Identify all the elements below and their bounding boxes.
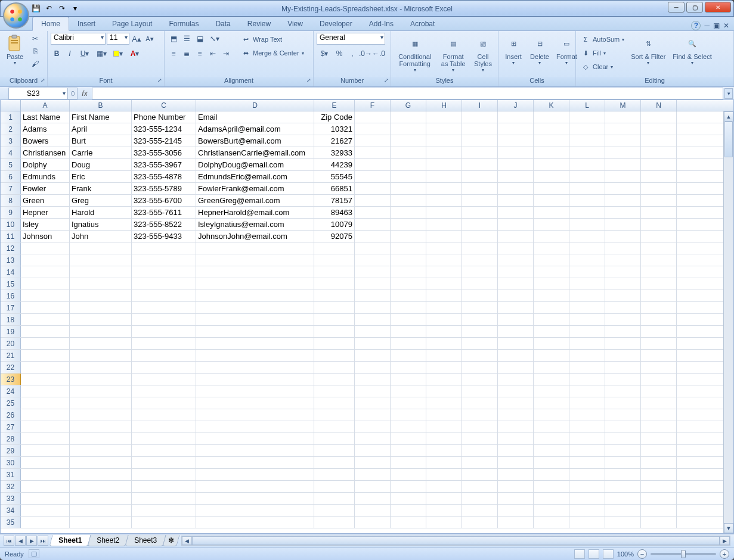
cell[interactable]	[391, 374, 426, 385]
cell[interactable]	[391, 183, 426, 194]
row-header[interactable]: 31	[1, 469, 21, 480]
fill-color-button[interactable]: ▾	[110, 48, 126, 60]
cell[interactable]	[498, 219, 534, 230]
cell[interactable]	[426, 159, 462, 170]
cell[interactable]	[391, 147, 426, 158]
macro-record-icon[interactable]: ▢	[29, 549, 39, 558]
cell[interactable]	[569, 231, 605, 242]
cell[interactable]	[569, 338, 605, 349]
cell[interactable]	[21, 302, 70, 313]
cell[interactable]	[534, 445, 569, 456]
cell[interactable]	[314, 517, 355, 528]
cell[interactable]	[498, 517, 534, 528]
cell[interactable]	[462, 385, 498, 397]
sort-filter-button[interactable]: ⇅Sort & Filter▾	[628, 33, 668, 67]
cell[interactable]	[498, 469, 534, 480]
conditional-formatting-button[interactable]: ▦Conditional Formatting▾	[394, 33, 435, 74]
cell[interactable]	[605, 314, 641, 325]
cell[interactable]	[355, 409, 391, 421]
cell[interactable]: Ignatius	[70, 219, 132, 230]
row-header[interactable]: 20	[1, 338, 21, 349]
cell[interactable]	[426, 350, 462, 361]
align-top-button[interactable]: ⬒	[168, 33, 179, 45]
cell[interactable]	[462, 195, 498, 206]
row-header[interactable]: 2	[1, 123, 21, 135]
cell[interactable]	[462, 207, 498, 218]
scroll-up-icon[interactable]: ▲	[724, 111, 733, 122]
cell[interactable]	[605, 421, 641, 433]
cell[interactable]	[314, 290, 355, 301]
cell[interactable]	[391, 195, 426, 206]
cell[interactable]	[21, 266, 70, 278]
cell[interactable]	[569, 385, 605, 397]
cell[interactable]	[132, 326, 196, 337]
name-box-dropdown[interactable]: ⬯	[68, 88, 78, 99]
cell[interactable]	[314, 385, 355, 397]
row-header[interactable]: 5	[1, 159, 21, 170]
row-header[interactable]: 30	[1, 457, 21, 468]
row-header[interactable]: 18	[1, 314, 21, 325]
column-header-G[interactable]: G	[391, 100, 426, 111]
cell[interactable]	[132, 457, 196, 468]
currency-button[interactable]: $▾	[317, 48, 332, 60]
cell[interactable]	[498, 350, 534, 361]
cell[interactable]	[498, 302, 534, 313]
cell[interactable]	[314, 266, 355, 278]
cell[interactable]	[534, 469, 569, 480]
normal-view-button[interactable]	[574, 549, 585, 559]
cell[interactable]	[391, 171, 426, 182]
cell[interactable]	[641, 409, 677, 421]
cell[interactable]	[21, 445, 70, 456]
cell[interactable]: ChristiansenCarrie@email.com	[196, 147, 314, 158]
cell[interactable]	[605, 266, 641, 278]
cell[interactable]: BowersBurt@email.com	[196, 135, 314, 147]
cell[interactable]	[391, 338, 426, 349]
cell[interactable]	[569, 314, 605, 325]
cell[interactable]	[426, 385, 462, 397]
cell[interactable]	[569, 481, 605, 492]
cell[interactable]	[355, 183, 391, 194]
cell[interactable]: Last Name	[21, 111, 70, 123]
cell[interactable]	[641, 397, 677, 409]
cell[interactable]	[70, 433, 132, 444]
scroll-thumb[interactable]	[724, 122, 733, 157]
cell[interactable]	[391, 505, 426, 516]
cell[interactable]	[462, 481, 498, 492]
cell[interactable]	[355, 469, 391, 480]
cell[interactable]: Christiansen	[21, 147, 70, 158]
cell[interactable]	[132, 445, 196, 456]
cell[interactable]	[391, 326, 426, 337]
cell[interactable]: 78157	[314, 195, 355, 206]
cell[interactable]	[534, 326, 569, 337]
cell[interactable]	[498, 385, 534, 397]
cell[interactable]: Zip Code	[314, 111, 355, 123]
cell[interactable]	[641, 159, 677, 170]
cell[interactable]	[70, 314, 132, 325]
cell[interactable]: 323-555-4878	[132, 171, 196, 182]
cell[interactable]	[462, 493, 498, 504]
cell[interactable]	[391, 481, 426, 492]
cell[interactable]	[196, 481, 314, 492]
alignment-expand-icon[interactable]: ⤢	[306, 77, 311, 83]
cell[interactable]	[70, 278, 132, 290]
cell[interactable]	[426, 457, 462, 468]
cell[interactable]	[569, 111, 605, 123]
cell[interactable]: 323-555-3056	[132, 147, 196, 158]
cell[interactable]	[70, 242, 132, 254]
cell[interactable]	[534, 433, 569, 444]
cell[interactable]	[21, 433, 70, 444]
cell[interactable]	[132, 397, 196, 409]
format-painter-button[interactable]: 🖌	[29, 58, 41, 70]
cell[interactable]: 323-555-5789	[132, 183, 196, 194]
cell[interactable]	[355, 314, 391, 325]
cell[interactable]	[534, 314, 569, 325]
cell[interactable]	[21, 505, 70, 516]
cell[interactable]	[462, 338, 498, 349]
cell[interactable]	[426, 493, 462, 504]
cell[interactable]	[498, 231, 534, 242]
cell[interactable]	[605, 123, 641, 135]
cell[interactable]	[534, 123, 569, 135]
ribbon-tab-page-layout[interactable]: Page Layout	[104, 17, 160, 30]
font-name-select[interactable]: Calibri	[51, 33, 106, 45]
cell[interactable]: JohnsonJohn@email.com	[196, 231, 314, 242]
